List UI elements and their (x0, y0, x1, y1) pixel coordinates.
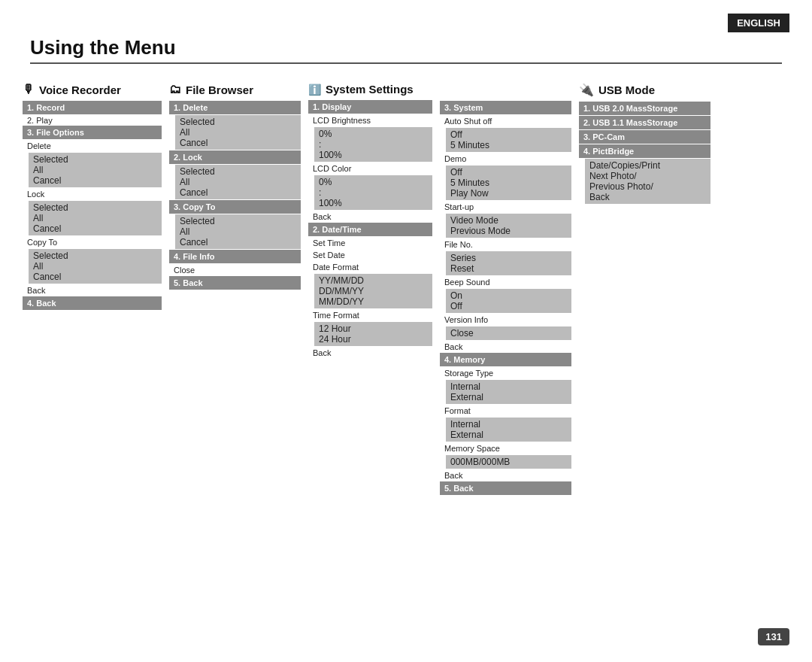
ss-format-internal: Internal (450, 419, 567, 430)
ss-storage-internal: Internal (450, 381, 567, 392)
ss-back-display: Back (308, 211, 432, 223)
ss-fileno-series: Series (450, 253, 567, 263)
usb-section-4: 4. PictBridge (579, 144, 710, 158)
ss-storage-external: External (450, 392, 567, 402)
ss-auto-shutoff: Auto Shut off (440, 115, 571, 127)
page-number: 131 (758, 628, 789, 645)
ss-back-memory: Back (440, 469, 571, 481)
fb-section-5: 5. Back (169, 276, 301, 290)
fb-lock-cancel: Cancel (180, 187, 296, 198)
ss-memory-space-val: 000MB/000MB (446, 455, 571, 469)
ss-brightness-dot: : (319, 139, 428, 150)
ss-format: Format (440, 405, 571, 417)
columns-container: 🎙 Voice Recorder 1. Record 2. Play 3. Fi… (23, 83, 797, 496)
ss-demo-group: Off 5 Minutes Play Now (446, 166, 571, 200)
vr-lock-cancel: Cancel (33, 223, 157, 234)
ss-color-group: 0% : 100% (314, 175, 432, 210)
ss-color-0: 0% (319, 177, 428, 187)
fb-delete-all: All (180, 127, 296, 138)
ss-section-3: 3. System (440, 101, 571, 114)
ss-demo: Demo (440, 153, 571, 165)
fb-section-3: 3. Copy To (169, 200, 301, 214)
ss-version: Version Info (440, 314, 571, 326)
ss-shutoff-5min: 5 Minutes (450, 140, 567, 150)
usb-icon: 🔌 (579, 83, 594, 97)
ss-time-24: 24 Hour (319, 334, 428, 345)
ss-fileno-reset: Reset (450, 263, 567, 274)
ss-version-close: Close (450, 328, 567, 339)
ss-date-format: Date Format (308, 261, 432, 273)
ss-date-dd: DD/MM/YY (319, 286, 428, 296)
vr-copyto-label: Copy To (23, 236, 162, 248)
vr-lock-label: Lock (23, 188, 162, 200)
ss-demo-playnow: Play Now (450, 188, 567, 199)
fb-delete-cancel: Cancel (180, 138, 296, 148)
ss-section-2: 2. Date/Time (308, 223, 432, 236)
vr-copyto-all: All (33, 261, 157, 272)
ss-startup-video: Video Mode (450, 215, 567, 226)
ss-time-format-group: 12 Hour 24 Hour (314, 322, 432, 346)
vr-delete-selected: Selected (33, 154, 157, 165)
column-file-browser: 🗂 File Browser 1. Delete Selected All Ca… (169, 83, 301, 496)
vr-section-1: 1. Record (23, 101, 162, 114)
vr-section-4: 4. Back (23, 296, 162, 310)
fb-copyto-selected: Selected (180, 216, 296, 226)
fb-close: Close (169, 264, 301, 276)
ss-back-system: Back (440, 341, 571, 353)
vr-back-item: Back (23, 284, 162, 296)
ss-demo-off: Off (450, 167, 567, 178)
ss-memory-000: 000MB/000MB (450, 457, 567, 467)
settings-icon: ℹ️ (308, 84, 321, 96)
column-system-settings-2: 3. System Auto Shut off Off 5 Minutes De… (440, 101, 571, 496)
vr-delete-cancel: Cancel (33, 175, 157, 186)
ss-format-external: External (450, 430, 567, 440)
filebrowser-icon: 🗂 (169, 83, 181, 96)
ss-brightness-0: 0% (319, 129, 428, 139)
fb-section-1: 1. Delete (169, 101, 301, 114)
ss-date-yy: YY/MM/DD (319, 275, 428, 286)
ss-section-5: 5. Back (440, 481, 571, 495)
system-settings-label: System Settings (326, 83, 414, 96)
ss-back-datetime: Back (308, 347, 432, 359)
voice-recorder-header: 🎙 Voice Recorder (23, 83, 162, 96)
ss-brightness-100: 100% (319, 150, 428, 160)
ss-color-100: 100% (319, 198, 428, 208)
ss-memory-space: Memory Space (440, 442, 571, 454)
fb-copyto-cancel: Cancel (180, 237, 296, 247)
ss-date-mm: MM/DD/YY (319, 296, 428, 307)
ss-startup: Start-up (440, 201, 571, 213)
ss-set-time: Set Time (308, 237, 432, 249)
ss-beep-on: On (450, 290, 567, 301)
ss-format-group: Internal External (446, 418, 571, 442)
ss-demo-5min: 5 Minutes (450, 178, 567, 188)
ss-startup-prev: Previous Mode (450, 226, 567, 236)
ss-storage-group: Internal External (446, 380, 571, 404)
ss-section-4: 4. Memory (440, 353, 571, 366)
column-usb-mode: 🔌 USB Mode 1. USB 2.0 MassStorage 2. USB… (579, 83, 710, 496)
ss-set-date: Set Date (308, 249, 432, 261)
fb-lock-selected: Selected (180, 166, 296, 177)
vr-lock-selected: Selected (33, 202, 157, 213)
ss-date-format-group: YY/MM/DD DD/MM/YY MM/DD/YY (314, 274, 432, 308)
fb-lock-all: All (180, 177, 296, 187)
vr-delete-label: Delete (23, 140, 162, 152)
vr-copyto-group: Selected All Cancel (29, 249, 162, 284)
ss-brightness-group: 0% : 100% (314, 127, 432, 162)
fb-section-2: 2. Lock (169, 150, 301, 164)
vr-item-play: 2. Play (23, 115, 162, 126)
ss-version-group: Close (446, 326, 571, 340)
fb-copyto-all: All (180, 226, 296, 237)
ss-storage-type: Storage Type (440, 367, 571, 379)
fb-delete-group: Selected All Cancel (175, 115, 301, 150)
ss-fileno-group: Series Reset (446, 251, 571, 275)
ss-section-1: 1. Display (308, 100, 432, 114)
usb-section-3: 3. PC-Cam (579, 130, 710, 144)
ss-beep-off: Off (450, 301, 567, 311)
usb-section-2: 2. USB 1.1 MassStorage (579, 116, 710, 129)
usb-mode-header: 🔌 USB Mode (579, 83, 710, 97)
system-settings-header: ℹ️ System Settings (308, 83, 432, 96)
vr-delete-group: Selected All Cancel (29, 153, 162, 187)
vr-copyto-cancel: Cancel (33, 272, 157, 282)
vr-copyto-selected: Selected (33, 251, 157, 261)
english-badge: ENGLISH (728, 14, 789, 32)
